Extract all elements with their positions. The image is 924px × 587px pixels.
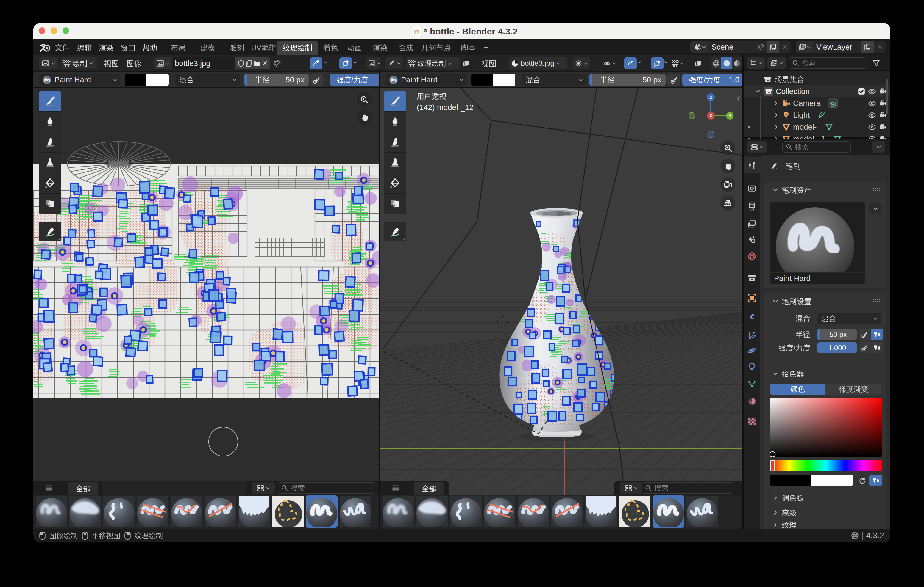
svg-text:X: X [710, 113, 712, 118]
svg-text:Y: Y [728, 113, 731, 118]
svg-text:Z: Z [710, 95, 712, 100]
